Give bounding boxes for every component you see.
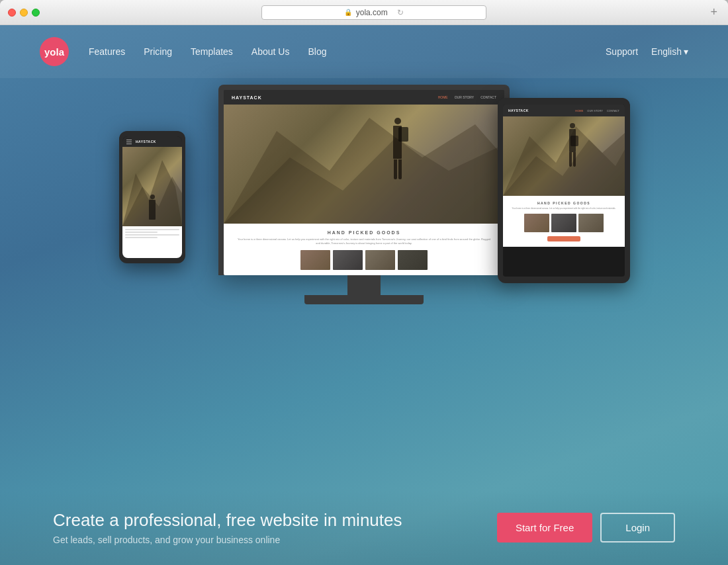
monitor-logo: HAYSTACK	[232, 95, 262, 100]
phone-figure	[149, 195, 156, 220]
thumbnail-3	[578, 214, 604, 232]
language-label: English	[651, 46, 682, 57]
thumbnail-1	[524, 214, 549, 232]
figure-leg	[569, 152, 572, 167]
monitor-nav-home: HOME	[438, 95, 448, 99]
close-button[interactable]	[8, 9, 16, 17]
monitor-screen: HAYSTACK HOME OUR STORY CONTACT	[224, 90, 504, 275]
chevron-down-icon: ▾	[684, 46, 688, 57]
tablet-mockup: HAYSTACK HOME OUR STORY CONTACT	[498, 98, 630, 283]
thumbnail-2	[551, 214, 576, 232]
cta-buttons: Start for Free Login	[497, 513, 675, 543]
cta-section: Create a professional, free website in m…	[0, 490, 728, 565]
new-tab-button[interactable]: +	[707, 5, 720, 19]
thumbnail-2	[333, 250, 363, 270]
tablet-figure	[563, 123, 582, 183]
monitor-thumbnails	[237, 250, 491, 270]
browser-window: 🔒 yola.com ↻ + yola Features Pricing Tem…	[0, 0, 728, 565]
tablet-section-title: HAND PICKED GOODS	[510, 201, 618, 205]
content-line	[125, 232, 158, 233]
phone-screen: HAYSTACK	[122, 136, 182, 258]
tablet-outer: HAYSTACK HOME OUR STORY CONTACT	[498, 98, 630, 283]
monitor-content: HAND PICKED GOODS Your home is a three d…	[224, 224, 504, 275]
logo[interactable]: yola	[40, 37, 69, 66]
logo-text: yola	[44, 46, 64, 58]
refresh-icon[interactable]: ↻	[397, 8, 404, 17]
address-bar-container: 🔒 yola.com ↻	[44, 5, 704, 20]
nav-link-pricing[interactable]: Pricing	[144, 46, 172, 57]
phone-hero-image	[122, 147, 182, 226]
figure-head	[150, 195, 155, 199]
monitor-base	[304, 295, 424, 304]
monitor-landscape-svg	[224, 105, 504, 224]
nav-right: Support English ▾	[606, 46, 688, 57]
nav-link-features[interactable]: Features	[89, 46, 125, 57]
phone-nav-bar: HAYSTACK	[122, 136, 182, 147]
phone-outer: HAYSTACK	[119, 131, 185, 263]
nav-link-templates[interactable]: Templates	[191, 46, 233, 57]
cta-text: Create a professional, free website in m…	[53, 510, 402, 545]
menu-line	[126, 140, 132, 140]
tablet-nav-home: HOME	[575, 109, 583, 112]
tablet-logo: HAYSTACK	[508, 109, 529, 112]
monitor-figure	[393, 118, 402, 179]
thumbnail-1	[300, 250, 330, 270]
support-link[interactable]: Support	[606, 46, 638, 57]
content-line	[125, 234, 179, 236]
monitor-neck	[347, 275, 381, 295]
monitor-stand	[218, 275, 510, 304]
tablet-nav-bar: HAYSTACK HOME OUR STORY CONTACT	[503, 105, 625, 116]
menu-line	[126, 144, 132, 144]
tablet-browse-button	[547, 236, 580, 241]
tablet-screen: HAYSTACK HOME OUR STORY CONTACT	[503, 105, 625, 277]
phone-mockup: HAYSTACK	[119, 131, 185, 263]
figure-head	[570, 123, 575, 128]
figure-leg	[394, 159, 397, 179]
lock-icon: 🔒	[344, 9, 352, 16]
tablet-content: HAND PICKED GOODS Your home is a three d…	[503, 196, 625, 247]
monitor-nav-bar: HAYSTACK HOME OUR STORY CONTACT	[224, 90, 504, 105]
monitor-section-title: HAND PICKED GOODS	[237, 230, 491, 235]
thumbnail-3	[365, 250, 395, 270]
cta-subtext: Get leads, sell products, and grow your …	[53, 535, 402, 545]
monitor-mockup: HAYSTACK HOME OUR STORY CONTACT	[218, 85, 510, 304]
address-bar[interactable]: 🔒 yola.com ↻	[261, 5, 486, 20]
language-selector[interactable]: English ▾	[651, 46, 688, 57]
monitor-outer: HAYSTACK HOME OUR STORY CONTACT	[218, 85, 510, 275]
monitor-nav-contact: CONTACT	[480, 95, 496, 99]
figure-legs	[393, 159, 402, 179]
website-content: yola Features Pricing Templates About Us…	[0, 25, 728, 565]
figure-legs	[563, 152, 582, 167]
phone-logo: HAYSTACK	[136, 140, 156, 144]
tablet-hero-image	[503, 116, 625, 196]
nav-link-about[interactable]: About Us	[251, 46, 290, 57]
login-button[interactable]: Login	[600, 513, 675, 543]
figure-leg	[398, 159, 402, 179]
content-line	[125, 237, 158, 238]
monitor-section-text: Your home is a three dimensional canvas.…	[237, 238, 491, 246]
maximize-button[interactable]	[32, 9, 40, 17]
start-for-free-button[interactable]: Start for Free	[497, 513, 592, 543]
nav-link-blog[interactable]: Blog	[308, 46, 326, 57]
backpack-icon	[570, 136, 578, 146]
figure-head	[394, 118, 401, 124]
monitor-nav-story: OUR STORY	[455, 95, 475, 99]
monitor-hero-image	[224, 105, 504, 224]
thumbnail-4	[398, 250, 428, 270]
tablet-nav-contact: CONTACT	[607, 109, 619, 112]
minimize-button[interactable]	[20, 9, 28, 17]
figure-body	[393, 126, 402, 159]
tablet-thumbnails	[510, 214, 618, 232]
content-line	[125, 229, 179, 230]
navigation: yola Features Pricing Templates About Us…	[0, 25, 728, 78]
cta-headline: Create a professional, free website in m…	[53, 510, 402, 531]
hamburger-icon	[126, 140, 132, 144]
browser-titlebar: 🔒 yola.com ↻ +	[0, 0, 728, 25]
phone-content	[122, 226, 182, 258]
figure-leg	[573, 152, 576, 167]
figure-body	[149, 200, 156, 220]
tablet-nav-story: OUR STORY	[587, 109, 603, 112]
tablet-section-text: Your home is a three dimensional canvas.…	[510, 207, 618, 210]
hero-section: HAYSTACK	[0, 78, 728, 369]
url-text: yola.com	[356, 8, 388, 17]
